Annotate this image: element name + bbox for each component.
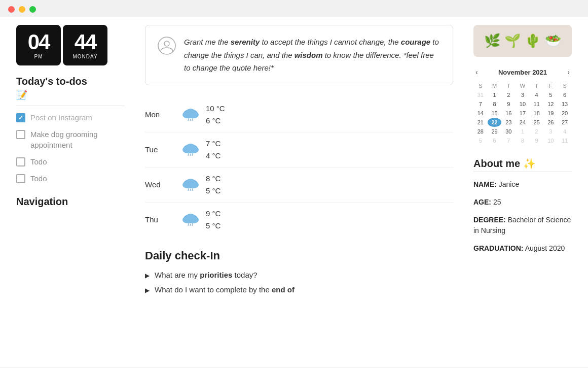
calendar-day[interactable]: 11	[530, 99, 544, 109]
checkin-section: Daily check-In ▶ What are my priorities …	[145, 249, 453, 294]
about-name-field: NAME: Janice	[473, 179, 572, 190]
calendar-day[interactable]: 9	[530, 136, 544, 145]
todo-text-2: Make dog grooming appointment	[30, 129, 125, 150]
weather-low-thu: 5 °C	[206, 220, 220, 232]
cal-th-s: S	[473, 81, 488, 90]
calendar-day[interactable]: 28	[473, 127, 488, 136]
calendar-day[interactable]: 8	[488, 99, 502, 109]
about-age-field: AGE: 25	[473, 197, 572, 208]
svg-line-13	[188, 153, 189, 156]
calendar-day[interactable]: 27	[558, 118, 572, 127]
calendar-day[interactable]: 3	[544, 127, 558, 136]
svg-line-22	[192, 188, 193, 191]
svg-point-12	[186, 144, 195, 151]
right-column: 🌿 🌱 🌵 🥗 ‹ November 2021 › S M T W T	[465, 25, 572, 359]
calendar-next-button[interactable]: ›	[565, 67, 572, 77]
svg-point-5	[186, 109, 195, 116]
weather-day-tue: Tue	[145, 145, 175, 154]
edit-icon[interactable]: 📝	[16, 89, 125, 101]
calendar-day[interactable]: 7	[501, 136, 516, 145]
cal-th-m: M	[488, 81, 502, 90]
calendar-day[interactable]: 2	[501, 90, 516, 99]
checkin-text-1: What are my priorities today?	[155, 271, 258, 279]
checkin-arrow-icon-2: ▶	[145, 287, 150, 294]
close-button[interactable]	[8, 6, 15, 13]
clock-day: MONDAY	[72, 54, 97, 59]
calendar-day[interactable]: 29	[488, 127, 502, 136]
todo-checkbox-1[interactable]	[16, 113, 25, 122]
calendar-day[interactable]: 31	[473, 90, 488, 99]
weather-icon-thu	[175, 210, 206, 230]
calendar-grid: S M T W T F S 31123456789101112131415161…	[473, 81, 572, 145]
calendar-day[interactable]: 8	[516, 136, 530, 145]
clock-hours-block: 04 PM	[16, 25, 61, 65]
calendar-day[interactable]: 2	[530, 127, 544, 136]
calendar-day[interactable]: 6	[558, 90, 572, 99]
calendar-day[interactable]: 21	[473, 118, 488, 127]
calendar-day[interactable]: 19	[544, 109, 558, 118]
calendar-day[interactable]: 5	[544, 90, 558, 99]
calendar-day[interactable]: 22	[488, 118, 502, 127]
todo-list: Post on Instagram Make dog grooming appo…	[16, 112, 125, 184]
calendar-day[interactable]: 16	[501, 109, 516, 118]
todo-text-4: Todo	[30, 173, 47, 184]
calendar-day[interactable]: 26	[544, 118, 558, 127]
svg-line-21	[190, 189, 191, 191]
calendar-day[interactable]: 1	[488, 90, 502, 99]
todo-item: Make dog grooming appointment	[16, 129, 125, 150]
svg-point-26	[186, 214, 195, 221]
calendar-day[interactable]: 15	[488, 109, 502, 118]
calendar-day[interactable]: 5	[473, 136, 488, 145]
calendar-day[interactable]: 12	[544, 99, 558, 109]
clock-hours: 04	[28, 31, 50, 53]
calendar-day[interactable]: 24	[516, 118, 530, 127]
calendar-widget: ‹ November 2021 › S M T W T F S	[473, 67, 572, 145]
weather-icon-wed	[175, 175, 206, 195]
calendar-week-row: 21222324252627	[473, 118, 572, 127]
checkin-item-2: ▶ What do I want to complete by the end …	[145, 285, 453, 294]
clock-period: PM	[34, 54, 43, 59]
calendar-day[interactable]: 4	[558, 127, 572, 136]
calendar-day[interactable]: 25	[530, 118, 544, 127]
todo-item: Todo	[16, 173, 125, 184]
todo-checkbox-2[interactable]	[16, 130, 25, 139]
about-divider	[473, 172, 572, 172]
svg-line-14	[190, 154, 191, 156]
calendar-day[interactable]: 30	[501, 127, 516, 136]
calendar-day[interactable]: 14	[473, 109, 488, 118]
weather-high-mon: 10 °C	[206, 103, 225, 115]
calendar-day[interactable]: 1	[516, 127, 530, 136]
calendar-day[interactable]: 13	[558, 99, 572, 109]
maximize-button[interactable]	[29, 6, 36, 13]
todo-checkbox-3[interactable]	[16, 157, 25, 166]
calendar-day[interactable]: 4	[530, 90, 544, 99]
weather-temps-tue: 7 °C 4 °C	[206, 138, 220, 162]
calendar-nav: ‹ November 2021 ›	[473, 67, 572, 77]
calendar-day[interactable]: 20	[558, 109, 572, 118]
quote-card: Grant me the serenity to accept the thin…	[145, 25, 453, 85]
todo-item: Post on Instagram	[16, 112, 125, 123]
calendar-week-row: 14151617181920	[473, 109, 572, 118]
minimize-button[interactable]	[19, 6, 25, 13]
weather-low-wed: 5 °C	[206, 185, 220, 197]
calendar-day[interactable]: 10	[516, 99, 530, 109]
calendar-day[interactable]: 18	[530, 109, 544, 118]
todo-checkbox-4[interactable]	[16, 174, 25, 183]
weather-row-tue: Tue 7 °C 4 °C	[145, 132, 453, 168]
calendar-day[interactable]: 11	[558, 136, 572, 145]
weather-icon-mon	[175, 105, 206, 125]
calendar-day[interactable]: 3	[516, 90, 530, 99]
calendar-prev-button[interactable]: ‹	[473, 67, 480, 77]
title-bar	[0, 0, 588, 17]
calendar-day[interactable]: 9	[501, 99, 516, 109]
navigation-section: Navigation	[16, 196, 125, 208]
calendar-day[interactable]: 17	[516, 109, 530, 118]
calendar-day[interactable]: 6	[488, 136, 502, 145]
clock-minutes-block: 44 MONDAY	[63, 25, 107, 65]
calendar-day[interactable]: 10	[544, 136, 558, 145]
calendar-day[interactable]: 7	[473, 99, 488, 109]
svg-line-15	[192, 153, 193, 156]
calendar-week-row: 567891011	[473, 136, 572, 145]
weather-day-wed: Wed	[145, 180, 175, 189]
calendar-day[interactable]: 23	[501, 118, 516, 127]
